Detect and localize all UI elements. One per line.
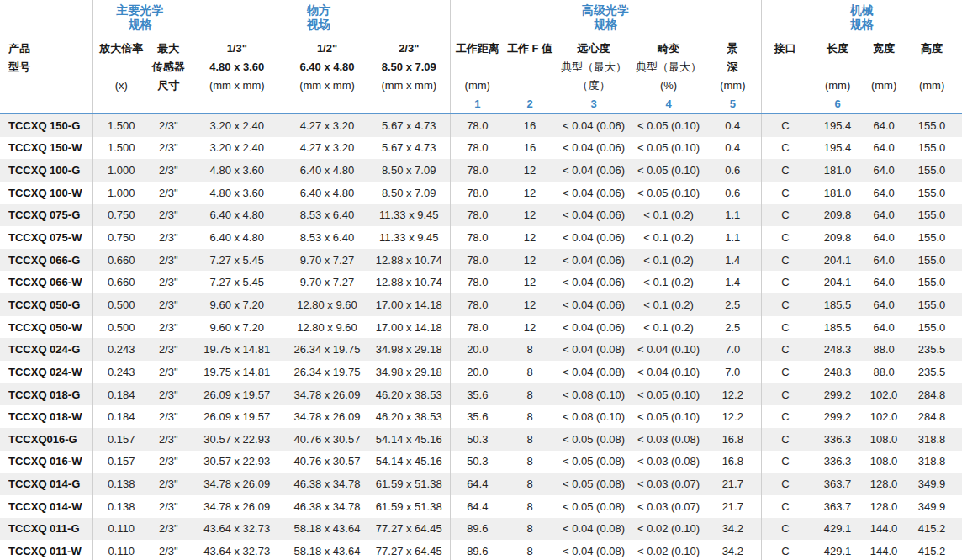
table-cell: 1.500	[92, 137, 150, 160]
table-cell: 5.67 x 4.73	[368, 137, 450, 160]
table-cell: < 0.04 (0.06)	[555, 114, 632, 137]
table-cell: < 0.05 (0.10)	[632, 159, 705, 182]
table-cell: 181.0	[809, 159, 866, 182]
table-cell: 0.184	[92, 383, 150, 406]
spec-table: 主要光学 规格 物方 视场 高级光学 规格 机械 规格 产品 型号 放大倍率 (…	[0, 0, 962, 560]
table-cell: < 0.05 (0.08)	[555, 495, 632, 518]
table-cell: 50.3	[450, 428, 505, 451]
table-cell: < 0.04 (0.10)	[632, 338, 705, 361]
col-header-max-sensor: 最大 传感器 尺寸	[150, 34, 188, 114]
model-cell: TCCXQ 066-G	[0, 249, 92, 272]
table-cell: 12	[505, 226, 555, 249]
table-cell: 0.110	[92, 518, 150, 541]
table-cell: 102.0	[866, 405, 901, 428]
table-cell: 46.20 x 38.53	[368, 405, 450, 428]
table-cell: C	[761, 137, 809, 160]
table-cell: 1.4	[705, 271, 761, 293]
table-cell: 155.0	[901, 137, 962, 160]
column-header-row: 产品 型号 放大倍率 (x) 最大 传感器 尺寸 1/3" 4.80 x 3.6…	[0, 34, 962, 114]
col-header-fov-1-2: 1/2" 6.40 x 4.80 (mm x mm)	[286, 34, 368, 114]
table-cell: 2/3"	[150, 473, 188, 495]
table-cell: 415.2	[901, 540, 962, 560]
model-cell: TCCXQ 075-G	[0, 204, 92, 227]
table-cell: 144.0	[866, 540, 901, 560]
group-title: 机械 规格	[762, 0, 962, 32]
col-header-telecentricity: 远心度 典型（最大） （度） 3	[555, 34, 632, 114]
table-cell: 78.0	[450, 114, 505, 137]
table-cell: 2/3"	[150, 114, 188, 137]
table-cell: < 0.05 (0.08)	[555, 473, 632, 495]
table-cell: 8	[505, 495, 555, 518]
table-cell: 21.7	[705, 473, 761, 495]
table-cell: 8	[505, 405, 555, 428]
table-cell: 155.0	[901, 159, 962, 182]
table-cell: < 0.08 (0.10)	[555, 405, 632, 428]
table-cell: C	[761, 540, 809, 560]
model-cell: TCCXQ 011-W	[0, 540, 92, 560]
table-cell: < 0.04 (0.06)	[555, 159, 632, 182]
model-cell: TCCXQ016-G	[0, 428, 92, 451]
table-cell: 299.2	[809, 405, 866, 428]
table-cell: 16.8	[705, 451, 761, 473]
table-cell: 34.98 x 29.18	[368, 361, 450, 383]
table-cell: 50.3	[450, 451, 505, 473]
table-cell: 209.8	[809, 204, 866, 227]
table-cell: 78.0	[450, 159, 505, 182]
table-cell: 9.60 x 7.20	[188, 316, 286, 339]
table-cell: 78.0	[450, 316, 505, 339]
col-header-model: 产品 型号	[0, 34, 92, 114]
table-cell: 43.64 x 32.73	[188, 518, 286, 541]
table-cell: < 0.05 (0.10)	[632, 383, 705, 406]
table-cell: 58.18 x 43.64	[286, 518, 368, 541]
table-cell: < 0.1 (0.2)	[632, 204, 705, 227]
table-cell: 204.1	[809, 249, 866, 272]
model-cell: TCCXQ 014-W	[0, 495, 92, 518]
table-cell: 2/3"	[150, 495, 188, 518]
table-cell: 299.2	[809, 383, 866, 406]
table-row: TCCXQ 066-W0.6602/3"7.27 x 5.459.70 x 7.…	[0, 271, 962, 293]
model-cell: TCCXQ 011-G	[0, 518, 92, 541]
table-cell: 6.40 x 4.80	[188, 204, 286, 227]
model-cell: TCCXQ 016-W	[0, 451, 92, 473]
table-cell: 4.80 x 3.60	[188, 159, 286, 182]
footnote-marker: 1	[451, 95, 505, 113]
table-cell: 4.27 x 3.20	[286, 114, 368, 137]
table-cell: 336.3	[809, 451, 866, 473]
table-cell: C	[761, 338, 809, 361]
table-cell: 155.0	[901, 182, 962, 204]
table-cell: 155.0	[901, 204, 962, 227]
table-cell: 0.184	[92, 405, 150, 428]
table-cell: 54.14 x 45.16	[368, 428, 450, 451]
table-cell: 235.5	[901, 338, 962, 361]
table-cell: 26.09 x 19.57	[188, 405, 286, 428]
table-cell: 19.75 x 14.81	[188, 361, 286, 383]
table-cell: 12.80 x 9.60	[286, 316, 368, 339]
table-cell: 248.3	[809, 361, 866, 383]
table-cell: C	[761, 182, 809, 204]
table-cell: 7.0	[705, 338, 761, 361]
table-cell: 64.0	[866, 204, 901, 227]
table-row: TCCXQ 050-G0.5002/3"9.60 x 7.2012.80 x 9…	[0, 293, 962, 316]
table-cell: < 0.08 (0.10)	[555, 383, 632, 406]
table-cell: 8	[505, 451, 555, 473]
table-cell: 77.27 x 64.45	[368, 540, 450, 560]
table-row: TCCXQ 024-W0.2432/3"19.75 x 14.8126.34 x…	[0, 361, 962, 383]
table-cell: 2.5	[705, 293, 761, 316]
col-header-height: 高度 (mm)	[901, 34, 962, 114]
table-cell: 204.1	[809, 271, 866, 293]
table-cell: 0.157	[92, 428, 150, 451]
table-cell: 89.6	[450, 540, 505, 560]
col-header-distortion: 畸变 典型（最大） (%) 4	[632, 34, 705, 114]
table-cell: 2/3"	[150, 338, 188, 361]
table-cell: 78.0	[450, 137, 505, 160]
table-cell: < 0.1 (0.2)	[632, 293, 705, 316]
table-cell: 78.0	[450, 271, 505, 293]
table-cell: 64.0	[866, 159, 901, 182]
table-cell: 40.76 x 30.57	[286, 428, 368, 451]
table-cell: < 0.04 (0.06)	[555, 316, 632, 339]
table-cell: 64.4	[450, 473, 505, 495]
table-cell: 12	[505, 316, 555, 339]
table-cell: 0.243	[92, 338, 150, 361]
table-cell: 78.0	[450, 204, 505, 227]
table-cell: < 0.04 (0.06)	[555, 137, 632, 160]
